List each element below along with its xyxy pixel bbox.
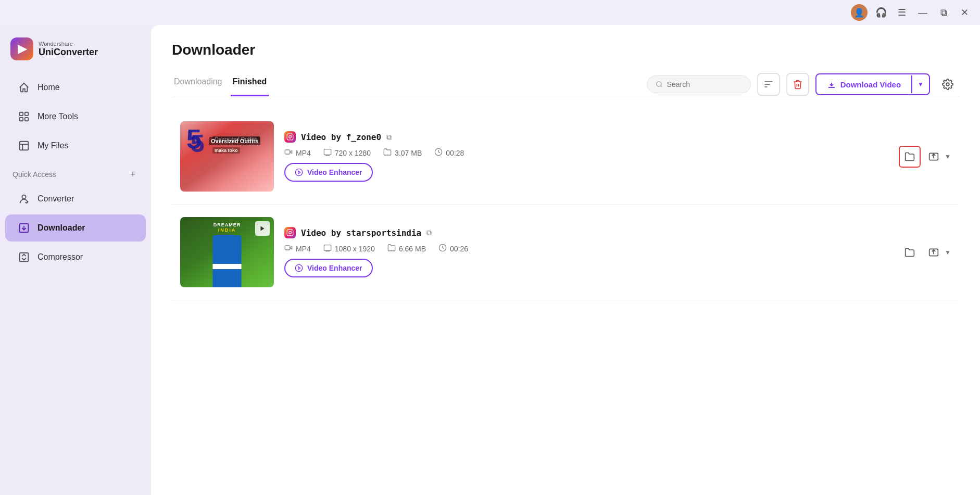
meta-resolution-1: 720 x 1280: [323, 148, 371, 158]
toolbar: Downloading Finished: [172, 73, 959, 96]
screen-export-btn-2[interactable]: [923, 242, 945, 263]
resolution-2: 1080 x 1920: [335, 245, 375, 253]
sidebar-item-compressor[interactable]: Compressor: [5, 244, 146, 271]
open-folder-btn-1[interactable]: [899, 146, 921, 168]
page-title: Downloader: [172, 42, 959, 58]
logo-text: Wondershare UniConverter: [39, 41, 98, 58]
video-info-1: Video by f_zone0 ⧉ MP4: [284, 131, 888, 182]
folder-meta-icon-2: [387, 244, 396, 253]
sidebar-item-home[interactable]: Home: [5, 74, 146, 101]
sort-icon: [763, 79, 774, 90]
svg-point-30: [289, 232, 292, 234]
dropdown-arrow-1[interactable]: ▼: [945, 153, 951, 160]
external-link-1[interactable]: ⧉: [386, 133, 392, 142]
app-body: ▶ Wondershare UniConverter Home: [0, 25, 980, 495]
compressor-icon: [18, 251, 30, 263]
downloader-label: Downloader: [37, 223, 85, 233]
svg-rect-22: [324, 149, 331, 155]
size-2: 6.66 MB: [399, 245, 426, 253]
svg-rect-0: [20, 112, 23, 116]
video-actions-1: ▼: [899, 146, 951, 168]
enhancer-icon-2: [295, 264, 303, 272]
meta-size-1: 3.07 MB: [383, 148, 422, 158]
action-dropdown-2[interactable]: ▼: [923, 242, 951, 263]
svg-rect-2: [20, 118, 23, 121]
sidebar-item-my-files[interactable]: My Files: [5, 132, 146, 159]
svg-point-7: [22, 195, 26, 199]
svg-point-35: [295, 264, 302, 271]
more-tools-icon: [18, 110, 30, 123]
headset-icon[interactable]: 🎧: [874, 5, 888, 20]
main-content: Downloader Downloading Finished: [151, 25, 980, 495]
download-video-main[interactable]: Download Video: [816, 74, 911, 94]
video-enhancer-btn-1[interactable]: Video Enhancer: [284, 163, 373, 182]
format-2: MP4: [296, 245, 311, 253]
svg-point-24: [295, 169, 302, 175]
sidebar-item-converter[interactable]: Converter: [5, 185, 146, 212]
enhancer-label-2: Video Enhancer: [307, 264, 362, 272]
logo-bottom: UniConverter: [39, 47, 98, 58]
sort-button[interactable]: [757, 73, 780, 96]
svg-rect-4: [20, 142, 29, 150]
minimize-icon[interactable]: —: [915, 5, 930, 20]
video-thumbnail-1: 5 Oversized Outfits maka toko: [180, 121, 274, 192]
settings-icon: [942, 79, 953, 90]
compressor-label: Compressor: [37, 252, 83, 262]
instagram-icon-1: [284, 131, 296, 143]
sidebar-item-downloader[interactable]: Downloader: [5, 214, 146, 242]
meta-format-1: MP4: [284, 148, 311, 158]
quick-access-add[interactable]: +: [127, 169, 139, 180]
screen-export-btn-1[interactable]: [923, 146, 945, 168]
user-icon[interactable]: 👤: [851, 4, 868, 21]
logo-top: Wondershare: [39, 41, 98, 47]
restore-icon[interactable]: ⧉: [936, 5, 951, 20]
meta-format-2: MP4: [284, 244, 311, 253]
instagram-icon-2: [284, 227, 296, 238]
download-icon: [827, 80, 836, 89]
sidebar-item-more-tools[interactable]: More Tools: [5, 103, 146, 130]
logo-icon: ▶: [10, 37, 33, 60]
video-enhancer-btn-2[interactable]: Video Enhancer: [284, 259, 373, 277]
logo-area: ▶ Wondershare UniConverter: [0, 33, 151, 73]
svg-rect-18: [287, 134, 293, 140]
resolution-icon-1: [323, 148, 332, 158]
video-meta-1: MP4 720 x 1280: [284, 148, 888, 158]
tab-downloading[interactable]: Downloading: [172, 73, 224, 96]
search-icon: [656, 80, 663, 88]
my-files-icon: [18, 139, 30, 152]
converter-label: Converter: [37, 194, 74, 204]
tab-finished[interactable]: Finished: [231, 73, 269, 96]
format-1: MP4: [296, 149, 311, 157]
download-video-dropdown[interactable]: ▼: [911, 75, 929, 93]
svg-rect-32: [285, 246, 290, 250]
more-tools-label: More Tools: [37, 112, 78, 121]
search-input[interactable]: [667, 80, 742, 88]
settings-button[interactable]: [936, 73, 959, 96]
table-row: 5 Oversized Outfits maka toko Vi: [172, 109, 959, 205]
svg-rect-3: [25, 118, 28, 121]
video-camera-icon-2: [284, 244, 293, 253]
svg-rect-29: [287, 230, 293, 236]
download-video-button[interactable]: Download Video ▼: [815, 73, 930, 95]
svg-rect-1: [25, 112, 28, 116]
home-label: Home: [37, 83, 60, 92]
title-bar: 👤 🎧 ☰ — ⧉ ✕: [0, 0, 980, 25]
video-info-2: Video by starsportsindia ⧉ MP4: [284, 227, 888, 277]
dropdown-arrow-2[interactable]: ▼: [945, 249, 951, 256]
svg-point-17: [946, 83, 949, 86]
action-dropdown-1[interactable]: ▼: [923, 146, 951, 168]
close-icon[interactable]: ✕: [957, 5, 972, 20]
delete-button[interactable]: [786, 73, 809, 96]
open-folder-btn-2[interactable]: [899, 242, 921, 263]
resolution-icon-2: [323, 244, 332, 253]
delete-icon: [793, 79, 803, 90]
menu-icon[interactable]: ☰: [895, 5, 909, 20]
video-actions-2: ▼: [899, 242, 951, 263]
svg-marker-25: [298, 171, 300, 173]
external-link-2[interactable]: ⧉: [426, 229, 432, 237]
video-title-row-1: Video by f_zone0 ⧉: [284, 131, 888, 143]
enhancer-label-1: Video Enhancer: [307, 168, 362, 176]
video-title-1: Video by f_zone0: [301, 132, 381, 142]
folder-meta-icon-1: [383, 148, 392, 158]
svg-point-31: [291, 231, 292, 232]
